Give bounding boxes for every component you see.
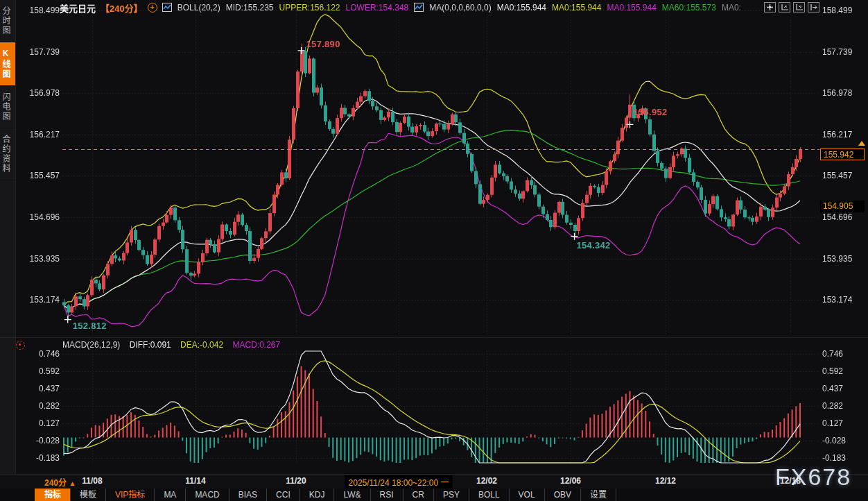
axis-scale-left-icon[interactable] (779, 2, 790, 12)
macd-tick-label: -0.028 (822, 436, 846, 445)
toolbar-button-指标[interactable]: 指标 (35, 489, 70, 501)
indicator-toolbar: 指标模板VIP指标MAMACDBIASCCIKDJLW&RSICRPSYBOLL… (0, 489, 868, 501)
macd-indicator-target-icon[interactable] (16, 341, 25, 350)
toolbar-button-VOL[interactable]: VOL (509, 489, 544, 501)
timeframe-label: 240分 (44, 478, 67, 488)
current-price-box: 155.942 (820, 148, 865, 160)
toolbar-button-MA[interactable]: MA (154, 489, 185, 501)
date-tick-label: 12/02 (476, 476, 497, 486)
swing-price-label: 154.342 (577, 240, 611, 250)
axis-scale-right-icon[interactable] (793, 2, 805, 12)
sidebar-tab-4[interactable]: 合约资料 (0, 128, 15, 180)
indicator-value-2: MID:155.235 (226, 3, 274, 12)
indicator-chart-icon (162, 3, 172, 12)
toolbar-button-CR[interactable]: CR (403, 489, 433, 501)
price-tick-label: 157.739 (18, 47, 60, 57)
date-tick-label: 12/18 (780, 476, 801, 486)
swing-price-label: 156.952 (633, 107, 667, 117)
left-sidebar: 分时图K线图闪电图合约资料 (0, 0, 16, 474)
indicator-value-1: BOLL(20,2) (177, 3, 220, 12)
macd-tick-label: 0.592 (18, 366, 60, 376)
selected-candle-time: 2025/11/24 18:00~22:00 一 (345, 475, 453, 489)
price-tick-label: 156.978 (18, 88, 60, 98)
macd-macd-value: MACD:0.267 (232, 340, 280, 350)
chevron-up-icon: ▲ (69, 479, 76, 487)
macd-tick-label: 0.437 (822, 384, 843, 393)
chart-canvas[interactable] (0, 0, 868, 501)
price-tick-label: 153.174 (822, 295, 852, 305)
indicator-value-5: MA(0,0,0,60,0,0) (429, 3, 491, 12)
price-tick-label: 153.935 (822, 254, 852, 264)
macd-diff-value: DIFF:0.091 (130, 340, 171, 350)
crosshair-icon[interactable] (764, 2, 776, 12)
toolbar-button-LW&[interactable]: LW& (333, 489, 370, 501)
timeline-bar: 240分 ▲ 11/0811/1411/2012/0212/0612/1212/… (0, 475, 868, 489)
macd-dea-value: DEA:-0.042 (180, 340, 223, 350)
date-tick-label: 11/14 (185, 476, 205, 486)
macd-tick-label: 0.437 (18, 384, 60, 393)
toolbar-button-KDJ[interactable]: KDJ (300, 489, 334, 501)
price-tick-label: 156.978 (822, 88, 852, 98)
price-tick-label: 154.696 (18, 212, 60, 222)
macd-params-label: MACD(26,12,9) (62, 340, 120, 350)
macd-tick-label: -0.183 (822, 453, 846, 463)
price-tick-label: 157.739 (822, 47, 852, 57)
macd-tick-label: 0.127 (18, 418, 60, 428)
toolbar-button-VIP指标[interactable]: VIP指标 (105, 489, 154, 501)
price-tick-label: 158.499 (18, 6, 60, 15)
sidebar-tab-3[interactable]: 闪电图 (0, 86, 15, 128)
date-tick-label: 11/08 (82, 476, 102, 486)
indicator-value-4: LOWER:154.348 (346, 3, 409, 12)
swing-price-label: 157.890 (306, 39, 340, 49)
macd-tick-label: 0.282 (822, 401, 843, 411)
price-tick-label: 158.499 (822, 6, 852, 15)
secondary-price-box: 154.905 (820, 201, 865, 212)
macd-header: MACD(26,12,9) DIFF:0.091 DEA:-0.042 MACD… (62, 340, 287, 350)
macd-tick-label: 0.282 (18, 401, 60, 411)
toolbar-button-MACD[interactable]: MACD (185, 489, 228, 501)
price-tick-label: 153.174 (18, 295, 60, 305)
symbol-title: 美元日元 (60, 1, 96, 15)
toolbar-button-RSI[interactable]: RSI (370, 489, 403, 501)
sidebar-tab-2[interactable]: K线图 (0, 42, 15, 86)
price-tick-label: 155.457 (18, 171, 60, 180)
macd-tick-label: 0.746 (18, 349, 60, 359)
date-tick-label: 11/20 (286, 476, 306, 486)
indicator-values: BOLL(20,2)MID:155.235UPPER:156.122LOWER:… (162, 3, 741, 12)
indicator-value-9: MA60:155.573 (662, 3, 716, 12)
add-indicator-icon[interactable]: + (148, 3, 157, 12)
chart-header: 美元日元 【240分】 + BOLL(20,2)MID:155.235UPPER… (60, 2, 741, 13)
indicator-value-3: UPPER:156.122 (279, 3, 340, 12)
indicator-value-8: MA0:155.944 (607, 3, 656, 12)
sidebar-tab-1[interactable]: 分时图 (0, 0, 15, 42)
timeframe-selector[interactable]: 240分 ▲ (44, 476, 76, 488)
macd-tick-label: 0.746 (822, 349, 843, 359)
indicator-value-6: MA0:155.944 (497, 3, 546, 12)
toolbar-button-设置[interactable]: 设置 (580, 489, 616, 501)
period-label: 【240分】 (101, 1, 143, 15)
date-tick-label: 12/12 (655, 476, 676, 486)
pan-right-icon[interactable] (808, 2, 819, 12)
macd-tick-label: -0.183 (18, 453, 60, 463)
toolbar-button-模板[interactable]: 模板 (70, 489, 105, 501)
swing-price-label: 152.812 (73, 321, 107, 331)
toolbar-button-OBV[interactable]: OBV (544, 489, 580, 501)
toolbar-button-PSY[interactable]: PSY (433, 489, 469, 501)
panel-separator (0, 337, 868, 338)
trading-app-window: 分时图K线图闪电图合约资料 美元日元 【240分】 + BOLL(20,2)MI… (0, 0, 868, 501)
toolbar-button-BIAS[interactable]: BIAS (229, 489, 266, 501)
indicator-value-7: MA0:155.944 (552, 3, 601, 12)
macd-tick-label: 0.592 (822, 366, 843, 376)
price-tick-label: 154.696 (822, 212, 852, 222)
toolbar-button-BOLL[interactable]: BOLL (469, 489, 509, 501)
current-price-arrow-icon (858, 141, 865, 146)
indicator-chart-icon (414, 3, 424, 12)
indicator-value-10: MA0: (722, 3, 741, 12)
toolbar-button-CCI[interactable]: CCI (266, 489, 300, 501)
price-tick-label: 155.457 (822, 171, 852, 180)
price-tick-label: 153.935 (18, 254, 60, 264)
chart-tool-icons (764, 2, 819, 12)
macd-tick-label: -0.028 (18, 436, 60, 445)
price-tick-label: 156.217 (822, 130, 852, 139)
date-tick-label: 12/06 (560, 476, 581, 486)
